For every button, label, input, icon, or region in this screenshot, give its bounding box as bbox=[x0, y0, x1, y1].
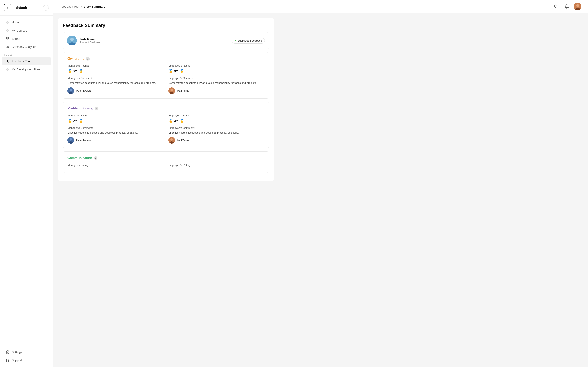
ownership-employee-comment: Demonstrates accountability and takes re… bbox=[168, 81, 265, 85]
main-content: Feedback Tool › View Summary bbox=[53, 0, 588, 367]
ownership-manager-commenter: Peter Iwowari bbox=[67, 87, 164, 94]
sidebar-collapse-button[interactable]: ‹ bbox=[43, 5, 49, 11]
sidebar-item-home[interactable]: Home bbox=[2, 18, 51, 26]
svg-point-34 bbox=[69, 138, 72, 141]
svg-rect-19 bbox=[8, 70, 9, 71]
section-ownership-title: Ownership i bbox=[67, 57, 265, 60]
ps-employee-rating: 🥇 4/5 🥇 bbox=[168, 119, 265, 123]
user-avatar-topbar[interactable] bbox=[574, 3, 581, 10]
sidebar-item-my-courses[interactable]: My Courses bbox=[2, 27, 51, 34]
problem-solving-employee-col: Employee's Rating: 🥇 4/5 🥇 Employee's Co… bbox=[168, 114, 265, 144]
problem-solving-info-icon[interactable]: i bbox=[95, 107, 99, 110]
ps-laurel-right-orange: 🏅 bbox=[79, 119, 83, 123]
section-problem-solving: Problem Solving i Manager's Rating: 🏅 2/… bbox=[63, 102, 269, 149]
svg-rect-3 bbox=[8, 23, 9, 24]
user-avatar-image bbox=[67, 36, 77, 45]
tools-section-label: TOOLS bbox=[0, 51, 53, 57]
sidebar-item-my-courses-label: My Courses bbox=[12, 29, 27, 32]
peter-avatar-image bbox=[67, 87, 74, 94]
sidebar-item-home-label: Home bbox=[12, 21, 19, 24]
breadcrumb-parent[interactable]: Feedback Tool bbox=[59, 5, 79, 8]
section-ownership: Ownership i Manager's Rating: 🏅 3/5 🏅 Ma… bbox=[63, 52, 269, 99]
ikati-name-2: Ikati Tuma bbox=[177, 139, 189, 142]
user-info-card: Ikati Tuma Product Designer Submitted Fe… bbox=[63, 32, 269, 49]
breadcrumb-separator: › bbox=[81, 5, 82, 8]
page-title: Feedback Summary bbox=[63, 23, 269, 28]
ownership-info-icon[interactable]: i bbox=[86, 57, 90, 60]
ps-laurel-right-green: 🥇 bbox=[180, 119, 184, 123]
bell-button[interactable] bbox=[563, 3, 571, 10]
ikati-avatar-2 bbox=[168, 137, 175, 143]
svg-rect-11 bbox=[8, 39, 9, 40]
star-icon bbox=[6, 59, 9, 63]
ownership-employee-rating-label: Employee's Rating: bbox=[168, 64, 265, 67]
problem-solving-manager-col: Manager's Rating: 🏅 2/5 🏅 Manager's Comm… bbox=[67, 114, 164, 144]
user-info: Ikati Tuma Product Designer bbox=[80, 37, 100, 44]
svg-point-31 bbox=[170, 89, 173, 91]
sidebar-item-settings[interactable]: Settings bbox=[2, 348, 51, 356]
comm-employee-rating-label: Employee's Rating: bbox=[168, 164, 265, 167]
peter-avatar-image-2 bbox=[67, 137, 74, 143]
svg-rect-9 bbox=[8, 37, 9, 38]
ownership-manager-comment-label: Manager's Comment: bbox=[67, 77, 164, 80]
svg-marker-15 bbox=[6, 60, 9, 63]
peter-avatar bbox=[67, 87, 74, 94]
svg-point-37 bbox=[170, 138, 173, 141]
content-area: Feedback Summary Ikati Tuma Product Desi… bbox=[53, 13, 588, 367]
ikati-name-1: Ikati Tuma bbox=[177, 89, 189, 92]
svg-rect-18 bbox=[6, 70, 7, 71]
sidebar-item-company-analytics[interactable]: Company Analytics bbox=[2, 43, 51, 51]
grid-icon bbox=[6, 21, 9, 24]
heart-button[interactable] bbox=[553, 3, 560, 10]
sidebar-item-company-analytics-label: Company Analytics bbox=[12, 45, 36, 49]
sidebar-item-my-development-plan[interactable]: My Development Plan bbox=[2, 66, 51, 73]
sidebar-item-settings-label: Settings bbox=[12, 350, 22, 354]
badge-dot bbox=[235, 40, 236, 42]
ownership-employee-comment-label: Employee's Comment: bbox=[168, 77, 265, 80]
ownership-manager-rating-label: Manager's Rating: bbox=[67, 64, 164, 67]
svg-point-20 bbox=[7, 352, 8, 353]
headphone-icon bbox=[6, 359, 9, 362]
ikati-avatar-1 bbox=[168, 87, 175, 94]
shorts-icon bbox=[6, 37, 9, 41]
svg-rect-8 bbox=[6, 37, 7, 38]
sidebar-item-support-label: Support bbox=[12, 359, 22, 362]
sidebar: t talstack ‹ Home My Courses Shorts bbox=[0, 0, 53, 367]
communication-info-icon[interactable]: i bbox=[94, 156, 98, 160]
ownership-manager-rating: 🏅 3/5 🏅 bbox=[67, 69, 164, 73]
ps-manager-commenter: Peter Iwowari bbox=[67, 137, 164, 143]
user-role: Product Designer bbox=[80, 41, 100, 44]
sidebar-item-shorts-label: Shorts bbox=[12, 37, 20, 40]
peter-avatar-2 bbox=[67, 137, 74, 143]
logo-letter: t bbox=[7, 6, 8, 9]
sidebar-item-feedback-tool-label: Feedback Tool bbox=[12, 59, 30, 63]
analytics-icon bbox=[6, 45, 9, 49]
submitted-badge-label: Submitted Feedback bbox=[238, 39, 262, 42]
ps-manager-rating: 🏅 2/5 🏅 bbox=[67, 119, 164, 123]
ps-manager-comment-label: Manager's Comment: bbox=[67, 126, 164, 129]
sidebar-item-my-development-plan-label: My Development Plan bbox=[12, 68, 40, 71]
user-avatar-image bbox=[574, 3, 581, 10]
svg-rect-17 bbox=[8, 68, 9, 69]
section-communication-title: Communication i bbox=[67, 156, 265, 160]
problem-solving-cols: Manager's Rating: 🏅 2/5 🏅 Manager's Comm… bbox=[67, 114, 265, 144]
ps-employee-rating-label: Employee's Rating: bbox=[168, 114, 265, 117]
ps-employee-comment: Effectively identifies issues and develo… bbox=[168, 131, 265, 135]
sidebar-item-feedback-tool[interactable]: Feedback Tool bbox=[2, 57, 51, 65]
heart-icon bbox=[554, 4, 558, 9]
svg-point-22 bbox=[576, 4, 579, 7]
sidebar-logo: t talstack ‹ bbox=[0, 0, 53, 16]
sidebar-item-support[interactable]: Support bbox=[2, 356, 51, 364]
ikati-avatar-image-2 bbox=[168, 137, 175, 143]
ownership-employee-rating: 🥇 5/5 🥇 bbox=[168, 69, 265, 73]
feedback-summary-card: Feedback Summary Ikati Tuma Product Desi… bbox=[58, 18, 274, 181]
submitted-badge: Submitted Feedback bbox=[232, 38, 265, 44]
sidebar-item-shorts[interactable]: Shorts bbox=[2, 35, 51, 43]
user-name: Ikati Tuma bbox=[80, 37, 100, 41]
laurel-right-orange: 🏅 bbox=[79, 69, 83, 73]
ownership-employee-commenter: Ikati Tuma bbox=[168, 87, 265, 94]
ps-manager-rating-label: Manager's Rating: bbox=[67, 114, 164, 117]
ps-manager-comment: Effectively identifies issues and develo… bbox=[67, 131, 164, 135]
ownership-manager-col: Manager's Rating: 🏅 3/5 🏅 Manager's Comm… bbox=[67, 64, 164, 94]
communication-employee-col: Employee's Rating: bbox=[168, 164, 265, 168]
